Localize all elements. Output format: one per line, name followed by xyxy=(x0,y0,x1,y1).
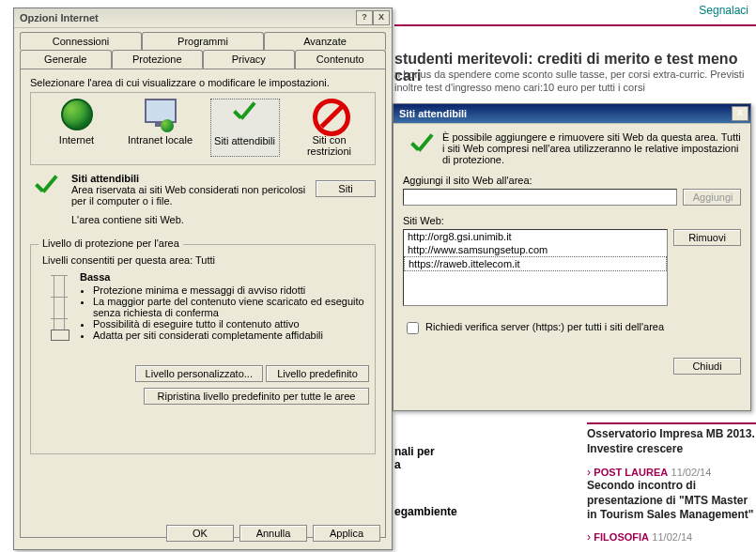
news-date: 11/02/14 xyxy=(671,467,712,478)
default-level-button[interactable]: Livello predefinito xyxy=(266,365,369,382)
zone-select-intro: Selezionare l'area di cui visualizzare o… xyxy=(30,77,376,88)
level-description-list: Protezione minima e messaggi di avviso r… xyxy=(80,284,369,341)
titlebar[interactable]: Siti attendibili X xyxy=(393,104,750,124)
titlebar[interactable]: Opzioni Internet ? X xyxy=(14,8,392,28)
require-https-label[interactable]: Richiedi verifica server (https:) per tu… xyxy=(403,321,664,332)
add-button[interactable]: Aggiungi xyxy=(683,189,741,206)
zone-trusted[interactable]: Siti attendibili xyxy=(210,99,280,157)
slider-thumb[interactable] xyxy=(51,330,69,341)
allowed-levels-text: Livelli consentiti per questa area: Tutt… xyxy=(42,254,369,266)
check-icon xyxy=(407,131,439,163)
noentry-icon xyxy=(313,99,350,136)
sites-listbox[interactable]: http://org8.gsi.unimib.it http://www.sam… xyxy=(403,229,668,306)
remove-button[interactable]: Rimuovi xyxy=(673,229,741,246)
news-date: 11/02/14 xyxy=(652,531,692,543)
sites-button[interactable]: Siti xyxy=(316,180,376,197)
monitor-icon xyxy=(145,99,177,123)
site-item[interactable]: http://www.samsungsetup.com xyxy=(404,243,667,256)
require-https-checkbox[interactable] xyxy=(407,322,419,334)
reset-all-zones-button[interactable]: Ripristina livello predefinito per tutte… xyxy=(144,388,369,405)
tab-general[interactable]: Generale xyxy=(20,50,112,69)
level-bullet: La maggior parte del contenuto viene sca… xyxy=(93,296,369,318)
custom-level-button[interactable]: Livello personalizzato... xyxy=(135,365,263,382)
tab-programs[interactable]: Programmi xyxy=(142,32,264,50)
tab-advanced[interactable]: Avanzate xyxy=(264,32,386,50)
bg-news-column: Osservatorio Impresa MB 2013. Investire … xyxy=(587,427,756,544)
level-bullet: Protezione minima e messaggi di avviso r… xyxy=(93,284,369,296)
close-button[interactable]: X xyxy=(373,10,390,25)
level-name: Bassa xyxy=(80,271,110,283)
help-button[interactable]: ? xyxy=(356,10,373,25)
zone-label: Siti attendibili xyxy=(211,135,279,146)
cancel-button[interactable]: Annulla xyxy=(239,525,307,542)
check-icon xyxy=(229,100,261,131)
ok-button[interactable]: OK xyxy=(166,525,234,542)
dialog-title: Opzioni Internet xyxy=(20,12,99,23)
globe-icon xyxy=(61,99,93,130)
security-level-slider[interactable] xyxy=(54,275,65,341)
apply-button[interactable]: Applica xyxy=(313,525,380,542)
tab-security[interactable]: Protezione xyxy=(112,50,204,69)
check-icon xyxy=(30,173,64,207)
news-item-title[interactable]: Osservatorio Impresa MB 2013. Investire … xyxy=(587,427,756,456)
bg-partial-text-1: nali per a xyxy=(394,445,435,471)
require-https-text: Richiedi verifica server (https:) per tu… xyxy=(425,321,664,332)
zone-internet[interactable]: Internet xyxy=(43,99,111,157)
security-level-legend: Livello di protezione per l'area xyxy=(39,238,183,249)
current-zone-title: Siti attendibili xyxy=(71,173,139,184)
security-tab-panel: Selezionare l'area di cui visualizzare o… xyxy=(20,69,386,538)
bg-partial-text-2: egambiente xyxy=(394,505,457,518)
current-zone-desc: Area riservata ai siti Web considerati n… xyxy=(71,184,305,207)
trusted-sites-message: È possibile aggiungere e rimuovere siti … xyxy=(442,131,741,165)
zone-label: Siti con restrizioni xyxy=(296,134,363,157)
site-item[interactable]: http://org8.gsi.unimib.it xyxy=(404,230,667,243)
zone-list: Internet Intranet locale Siti attendibil… xyxy=(35,97,371,161)
sites-list-label: Siti Web: xyxy=(403,215,741,226)
zone-contains-sites: L'area contiene siti Web. xyxy=(71,214,312,225)
news-category[interactable]: FILOSOFIA xyxy=(594,531,649,543)
news-item-title[interactable]: Secondo incontro di presentazione di "MT… xyxy=(587,479,756,523)
close-dialog-button[interactable]: Chiudi xyxy=(673,358,741,375)
dialog-title: Siti attendibili xyxy=(399,108,467,119)
zone-label: Internet xyxy=(43,134,111,146)
level-bullet: Possibilità di eseguire tutto il contenu… xyxy=(93,318,369,330)
add-site-input[interactable] xyxy=(403,189,677,206)
segnalaci-link[interactable]: Segnalaci xyxy=(699,4,748,17)
zone-restricted[interactable]: Siti con restrizioni xyxy=(296,99,363,157)
tab-content[interactable]: Contenuto xyxy=(295,50,387,69)
close-button[interactable]: X xyxy=(732,106,748,121)
internet-options-dialog: Opzioni Internet ? X Connessioni Program… xyxy=(13,8,393,550)
bg-subtext: n bonus da spendere come sconto sulle ta… xyxy=(394,68,751,95)
zone-label: Intranet locale xyxy=(127,134,194,146)
site-item[interactable]: https://raweb.ittelecom.it xyxy=(404,256,667,271)
tab-privacy[interactable]: Privacy xyxy=(203,50,295,69)
zone-intranet[interactable]: Intranet locale xyxy=(127,99,194,157)
news-category[interactable]: POST LAUREA xyxy=(594,467,668,478)
add-site-label: Aggiungi il sito Web all'area: xyxy=(403,175,741,186)
tab-connections[interactable]: Connessioni xyxy=(20,32,142,50)
level-bullet: Adatta per siti considerati completament… xyxy=(93,330,369,341)
trusted-sites-dialog: Siti attendibili X È possibile aggiunger… xyxy=(393,103,751,411)
